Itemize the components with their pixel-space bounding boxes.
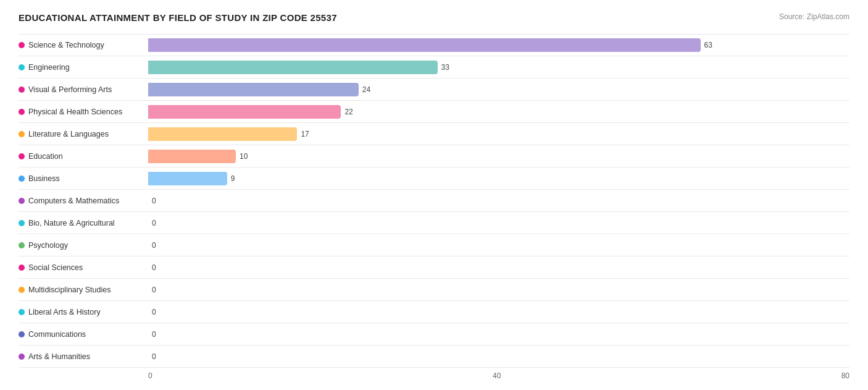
bar-track: 22 <box>148 105 849 119</box>
bar-value: 0 <box>152 197 156 205</box>
bar-label-text: Education <box>28 152 63 161</box>
bar-fill <box>148 83 359 96</box>
bar-value: 9 <box>231 174 235 183</box>
x-tick: 40 <box>493 371 501 380</box>
bar-label: Education <box>19 152 148 161</box>
bar-fill <box>148 127 297 141</box>
chart-header: EDUCATIONAL ATTAINMENT BY FIELD OF STUDY… <box>19 12 849 23</box>
bar-track: 33 <box>148 61 849 74</box>
dot-icon <box>19 198 25 204</box>
bar-track: 0 <box>148 261 849 274</box>
dot-icon <box>19 131 25 137</box>
bar-label-text: Visual & Performing Arts <box>28 85 112 94</box>
bar-value: 17 <box>301 130 309 138</box>
bar-row: Computers & Mathematics0 <box>19 190 849 212</box>
bar-label: Engineering <box>19 63 148 72</box>
bar-label: Business <box>19 174 148 183</box>
bar-value: 0 <box>152 241 156 250</box>
bar-value: 10 <box>240 152 248 161</box>
bar-label-text: Communications <box>28 330 86 339</box>
bar-value: 63 <box>704 41 712 49</box>
bar-label: Communications <box>19 330 148 339</box>
bar-row: Social Sciences0 <box>19 256 849 279</box>
bar-value: 0 <box>152 286 156 294</box>
bar-label-text: Science & Technology <box>28 41 104 49</box>
bar-track: 24 <box>148 83 849 96</box>
bar-value: 0 <box>152 263 156 272</box>
bar-fill <box>148 38 701 52</box>
bar-label: Physical & Health Sciences <box>19 108 148 116</box>
bar-label-text: Social Sciences <box>28 263 83 272</box>
dot-icon <box>19 64 25 70</box>
chart-container: EDUCATIONAL ATTAINMENT BY FIELD OF STUDY… <box>19 12 849 380</box>
bar-value: 0 <box>152 330 156 339</box>
bar-track: 9 <box>148 172 849 185</box>
bar-label: Visual & Performing Arts <box>19 85 148 94</box>
bar-value: 0 <box>152 308 156 316</box>
bar-label-text: Business <box>28 174 60 183</box>
bar-row: Physical & Health Sciences22 <box>19 101 849 123</box>
bar-label: Bio, Nature & Agricultural <box>19 219 148 227</box>
bar-row: Business9 <box>19 167 849 190</box>
bar-label: Arts & Humanities <box>19 352 148 361</box>
bar-label-text: Literature & Languages <box>28 130 109 138</box>
bar-track: 17 <box>148 127 849 141</box>
x-tick: 80 <box>841 371 849 380</box>
chart-area: Science & Technology63Engineering33Visua… <box>19 34 849 368</box>
dot-icon <box>19 265 25 271</box>
bar-row: Engineering33 <box>19 56 849 78</box>
dot-icon <box>19 153 25 159</box>
bar-fill <box>148 172 227 185</box>
bar-value: 24 <box>362 85 370 94</box>
bar-label-text: Physical & Health Sciences <box>28 108 122 116</box>
bar-track: 0 <box>148 194 849 208</box>
bar-track: 0 <box>148 350 849 363</box>
bar-track: 10 <box>148 150 849 163</box>
bar-row: Arts & Humanities0 <box>19 345 849 368</box>
bar-track: 0 <box>148 239 849 252</box>
bar-track: 63 <box>148 38 849 52</box>
bar-row: Visual & Performing Arts24 <box>19 78 849 101</box>
bar-label: Computers & Mathematics <box>19 197 148 205</box>
bar-label-text: Liberal Arts & History <box>28 308 101 316</box>
bar-label: Multidisciplinary Studies <box>19 286 148 294</box>
dot-icon <box>19 42 25 48</box>
dot-icon <box>19 87 25 93</box>
bar-label: Psychology <box>19 241 148 250</box>
bar-row: Education10 <box>19 145 849 167</box>
bar-track: 0 <box>148 328 849 341</box>
bar-label-text: Arts & Humanities <box>28 352 90 361</box>
bar-label: Liberal Arts & History <box>19 308 148 316</box>
bar-label: Social Sciences <box>19 263 148 272</box>
bar-label-text: Psychology <box>28 241 68 250</box>
bar-label-text: Engineering <box>28 63 70 72</box>
bar-row: Liberal Arts & History0 <box>19 301 849 323</box>
bar-fill <box>148 61 438 74</box>
dot-icon <box>19 287 25 293</box>
bar-value: 33 <box>441 63 449 72</box>
dot-icon <box>19 176 25 182</box>
bar-label-text: Bio, Nature & Agricultural <box>28 219 115 227</box>
dot-icon <box>19 309 25 315</box>
chart-title: EDUCATIONAL ATTAINMENT BY FIELD OF STUDY… <box>19 12 337 23</box>
dot-icon <box>19 109 25 115</box>
bar-value: 22 <box>344 108 353 116</box>
bar-row: Communications0 <box>19 323 849 345</box>
bar-row: Bio, Nature & Agricultural0 <box>19 212 849 234</box>
bar-label: Literature & Languages <box>19 130 148 138</box>
chart-source: Source: ZipAtlas.com <box>779 12 849 21</box>
bar-track: 0 <box>148 283 849 297</box>
dot-icon <box>19 220 25 226</box>
bar-label-text: Computers & Mathematics <box>28 197 119 205</box>
bar-row: Literature & Languages17 <box>19 123 849 145</box>
bar-label-text: Multidisciplinary Studies <box>28 286 111 294</box>
bar-row: Science & Technology63 <box>19 34 849 56</box>
x-axis: 04080 <box>19 371 849 380</box>
bar-fill <box>148 105 341 119</box>
dot-icon <box>19 242 25 248</box>
bar-row: Psychology0 <box>19 234 849 256</box>
x-tick: 0 <box>148 371 152 380</box>
dot-icon <box>19 354 25 360</box>
bar-value: 0 <box>152 352 156 361</box>
bar-track: 0 <box>148 216 849 230</box>
